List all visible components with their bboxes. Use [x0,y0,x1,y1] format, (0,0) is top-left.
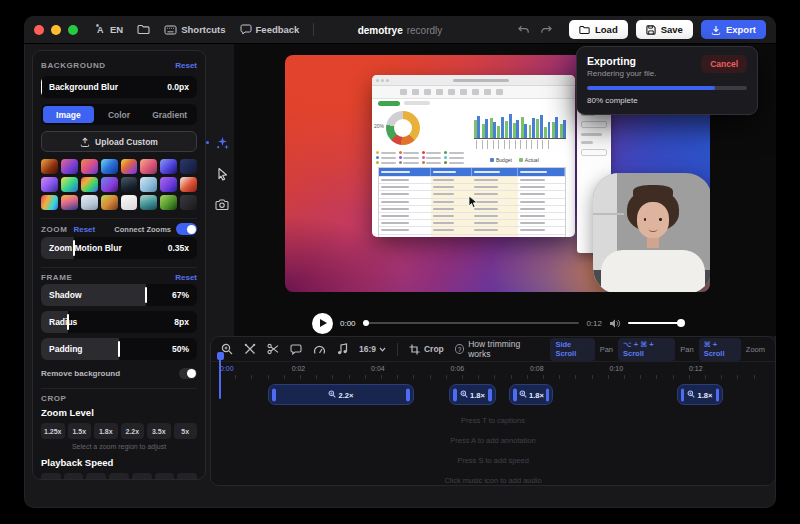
language-selector[interactable]: A EN [94,24,123,35]
wallpaper-thumbnail-9[interactable] [41,177,58,192]
wallpaper-thumbnail-6[interactable] [140,159,157,174]
wallpaper-thumbnail-7[interactable] [160,159,177,174]
zoom-level-option-1.25x[interactable]: 1.25x [41,423,65,439]
close-window-button[interactable] [34,25,44,35]
wallpaper-thumbnail-23[interactable] [160,195,177,210]
feedback-button[interactable]: Feedback [240,24,300,35]
wallpaper-thumbnail-21[interactable] [121,195,138,210]
slider-handle[interactable] [118,341,120,357]
segment-handle-right[interactable] [546,388,550,401]
segment-handle-left[interactable] [272,388,276,401]
zoom-level-option-2.2x[interactable]: 2.2x [121,423,145,439]
wallpaper-thumbnail-10[interactable] [61,177,78,192]
timeline-annotation-button[interactable] [290,344,302,355]
effects-tool-button[interactable] [213,134,231,152]
wallpaper-thumbnail-2[interactable] [61,159,78,174]
slider-handle[interactable] [41,79,42,95]
wallpaper-thumbnail-19[interactable] [81,195,98,210]
zoom-segment-2[interactable]: 1.8× [449,384,496,405]
zoom-level-option-3.5x[interactable]: 3.5x [147,423,171,439]
background-tab-image[interactable]: Image [43,106,94,123]
zoom-segment-1[interactable]: 2.2× [268,384,413,405]
camera-tool-button[interactable] [213,196,231,214]
volume-slider[interactable] [628,322,684,325]
slider-handle[interactable] [145,287,147,303]
zoom-segment-4[interactable]: 1.8× [677,384,724,405]
frame-slider-padding[interactable]: Padding50% [41,338,197,360]
wallpaper-thumbnail-12[interactable] [101,177,118,192]
wallpaper-thumbnail-3[interactable] [81,159,98,174]
segment-handle-right[interactable] [488,388,492,401]
wallpaper-thumbnail-13[interactable] [121,177,138,192]
playhead[interactable] [219,355,221,399]
wallpaper-thumbnail-1[interactable] [41,159,58,174]
trimming-help-button[interactable]: ? How trimming works [455,339,540,359]
wallpaper-thumbnail-11[interactable] [81,177,98,192]
timeline-cut-button[interactable] [267,343,279,355]
zoom-segments-track[interactable]: 2.2× 1.8× 1.8× 1.8× [219,382,767,408]
zoom-level-option-5x[interactable]: 5x [174,423,198,439]
speed-option-0.25x[interactable]: 0.25x [41,473,61,480]
segment-handle-left[interactable] [681,388,685,401]
redo-icon[interactable] [540,24,553,36]
speed-option-0.5x[interactable]: 0.5x [64,473,84,480]
volume-icon[interactable] [609,318,621,329]
wallpaper-thumbnail-14[interactable] [140,177,157,192]
frame-slider-shadow[interactable]: Shadow67% [41,284,197,306]
wallpaper-thumbnail-20[interactable] [101,195,118,210]
timeline-tools-button[interactable] [244,343,256,355]
shortcuts-button[interactable]: Shortcuts [164,24,225,35]
wallpaper-thumbnail-24[interactable] [180,195,197,210]
background-tab-color[interactable]: Color [94,106,145,123]
speed-option-2x[interactable]: 2x [177,473,197,480]
wallpaper-thumbnail-5[interactable] [121,159,138,174]
speed-option-1.75x[interactable]: 1.75x [155,473,175,480]
cancel-export-button[interactable]: Cancel [701,55,747,73]
wallpaper-thumbnail-8[interactable] [180,159,197,174]
timeline-ruler[interactable]: 0:000:020:040:060:080:100:12 [219,364,767,379]
timeline-crop-button[interactable]: Crop [409,344,444,355]
wallpaper-thumbnail-15[interactable] [160,177,177,192]
segment-handle-left[interactable] [453,388,457,401]
zoom-motion-blur-slider[interactable]: Zoom Motion Blur0.35x [41,237,197,259]
zoom-segment-3[interactable]: 1.8× [509,384,553,405]
timeline-audio-button[interactable] [337,343,348,355]
timeline-speed-button[interactable] [313,344,326,355]
frame-reset-link[interactable]: Reset [175,273,197,282]
seek-knob[interactable] [363,320,369,326]
zoom-level-option-1.8x[interactable]: 1.8x [94,423,118,439]
segment-handle-left[interactable] [513,388,517,401]
speed-option-1.25x[interactable]: 1.25x [109,473,129,480]
wallpaper-thumbnail-22[interactable] [140,195,157,210]
wallpaper-thumbnail-16[interactable] [180,177,197,192]
zoom-level-option-1.5x[interactable]: 1.5x [68,423,92,439]
remove-background-toggle[interactable] [179,368,197,379]
cursor-tool-button[interactable] [213,165,231,183]
play-button[interactable] [312,313,333,334]
save-button[interactable]: Save [636,20,693,39]
wallpaper-thumbnail-18[interactable] [61,195,78,210]
background-blur-slider[interactable]: Background Blur0.0px [41,76,197,98]
export-button[interactable]: Export [701,20,766,39]
frame-slider-radius[interactable]: Radius8px [41,311,197,333]
webcam-overlay[interactable] [593,173,710,292]
upload-custom-button[interactable]: Upload Custom [41,131,197,152]
connect-zooms-toggle[interactable] [176,223,197,235]
minimize-window-button[interactable] [51,25,61,35]
background-tab-gradient[interactable]: Gradient [144,106,195,123]
wallpaper-thumbnail-17[interactable] [41,195,58,210]
segment-handle-right[interactable] [406,388,410,401]
load-button[interactable]: Load [569,20,628,39]
speed-option-1.5x[interactable]: 1.5x [132,473,152,480]
projects-button[interactable] [137,24,150,35]
wallpaper-thumbnail-4[interactable] [101,159,118,174]
seek-bar[interactable] [363,322,580,324]
aspect-ratio-dropdown[interactable]: 16:9 [359,344,386,354]
background-reset-link[interactable]: Reset [175,61,197,70]
segment-handle-right[interactable] [716,388,720,401]
zoom-reset-link[interactable]: Reset [73,225,95,234]
speed-option-0.75x[interactable]: 0.75x [86,473,106,480]
undo-icon[interactable] [517,24,530,36]
zoom-window-button[interactable] [68,25,78,35]
volume-knob[interactable] [677,319,685,327]
